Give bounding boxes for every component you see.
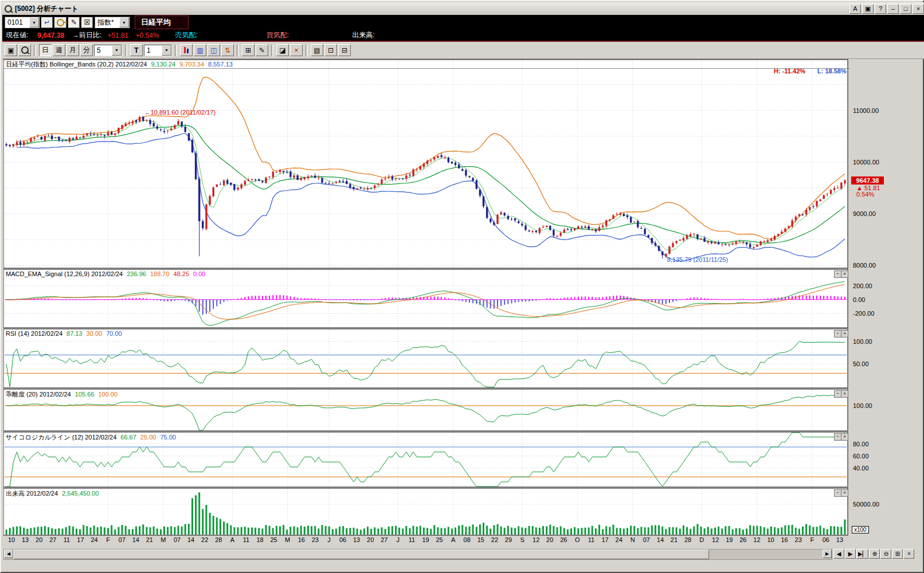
volume-panel-title: 出来高 2012/02/242,545,450.00: [6, 489, 99, 498]
axis-tick-label: 50.00: [853, 360, 869, 367]
text-segment: 70.00: [106, 330, 122, 337]
x-axis-label: S: [520, 536, 524, 543]
zoom-out-button[interactable]: ⊖: [880, 549, 891, 559]
x-axis-label: J: [397, 536, 400, 543]
axis-tick-label: 8000.00: [853, 262, 876, 269]
low-price-annotation: 8,135.79 (2011/11/25): [667, 256, 729, 263]
horizontal-scrollbar[interactable]: ◀ ▶: [3, 549, 832, 560]
app-window: [5002] 分析チャート A ▣ ? – □ × 0101 ▼ ↵✎☒ 指数*…: [0, 0, 924, 573]
axis-tick-label: 40.00: [853, 465, 869, 472]
x-axis-label: 24: [616, 536, 622, 543]
x-axis-label: 12: [753, 536, 760, 543]
x-axis-label: 08: [464, 536, 471, 543]
x-axis-label: 17: [77, 536, 84, 543]
x-axis-label: 06: [339, 536, 346, 543]
axis-tick-label: 0.00: [853, 296, 865, 303]
axis-tick-label: 60.00: [853, 453, 869, 460]
x-axis-label: 25: [270, 536, 277, 543]
scroll-right-arrow[interactable]: ▶: [823, 550, 832, 558]
kairi-panel-title: 乖離度 (20) 2012/02/24105.66100.00: [6, 390, 118, 399]
x-axis-label: 14: [657, 536, 664, 543]
text-segment: 9,703.34: [179, 61, 204, 68]
zoom-in-button[interactable]: ⊕: [869, 549, 880, 559]
x-axis-label: 20: [36, 536, 42, 543]
x-axis-label: 27: [49, 536, 56, 543]
x-axis-label: 28: [215, 536, 222, 543]
fit-chart-button[interactable]: ⊞: [892, 549, 903, 559]
x-axis-label: 22: [491, 536, 498, 543]
axis-tick-label: 100.00: [853, 402, 872, 409]
text-segment: 0.00: [193, 270, 205, 277]
x-axis-label: 29: [505, 536, 512, 543]
close-panel-button[interactable]: ×: [903, 549, 914, 559]
text-segment: 105.66: [75, 391, 95, 398]
scroll-thumb[interactable]: [13, 550, 709, 559]
x-axis-label: A: [230, 536, 234, 543]
text-segment: 236.96: [127, 270, 146, 277]
panel-close-button[interactable]: ×: [841, 433, 848, 441]
pan-left-button[interactable]: ◀: [833, 549, 844, 559]
x-axis-label: 18: [256, 536, 263, 543]
x-axis-label: N: [631, 536, 635, 543]
chart-nav-buttons: ◀▶▶▏⊕⊖⊞×: [833, 549, 914, 559]
text-segment: 9,130.24: [151, 61, 175, 68]
x-axis-label: 27: [381, 536, 387, 543]
x-axis: 10132027111724F071421M07142228A111825M16…: [3, 536, 850, 545]
text-segment: 出来高 2012/02/24: [6, 490, 58, 497]
pan-right-button[interactable]: ▶: [845, 549, 856, 559]
text-segment: 25.00: [140, 434, 156, 441]
axis-tick-label: 200.00: [853, 282, 872, 289]
text-segment: 日経平均(指数) Bollinger_Bands (20,2) 2012/02/…: [6, 61, 147, 68]
x-axis-label: 14: [132, 536, 139, 543]
rsi-panel-title: RSI (14) 2012/02/2487.1330.0070.00: [6, 330, 122, 337]
panel-close-button[interactable]: ×: [841, 390, 848, 398]
axis-tick-label: -200.00: [853, 310, 874, 317]
x-axis-label: 23: [795, 536, 802, 543]
panel-close-button[interactable]: ×: [841, 330, 848, 337]
text-segment: 乖離度 (20) 2012/02/24: [6, 391, 71, 398]
x-axis-label: 11: [409, 536, 415, 543]
x-axis-label: 24: [91, 536, 97, 543]
x-axis-label: 23: [312, 536, 319, 543]
x-axis-label: 06: [823, 536, 829, 543]
scroll-left-arrow[interactable]: ◀: [4, 550, 13, 558]
panel-close-button[interactable]: ×: [841, 270, 848, 278]
chart-canvas[interactable]: [3, 58, 850, 536]
x-axis-label: M: [285, 536, 290, 543]
text-segment: 188.70: [150, 270, 170, 277]
text-segment: 48.25: [174, 270, 190, 277]
x-axis-label: A: [451, 536, 455, 543]
x-axis-label: 07: [119, 536, 126, 543]
x-axis-label: 13: [353, 536, 360, 543]
x-axis-label: 16: [298, 536, 305, 543]
text-segment: 8,557.13: [208, 61, 233, 68]
pan-latest-button[interactable]: ▶▏: [856, 549, 868, 559]
scroll-track[interactable]: [709, 550, 823, 559]
x-axis-label: 25: [436, 536, 443, 543]
x-axis-label: 11: [588, 536, 594, 543]
x-axis-label: 15: [477, 536, 484, 543]
axis-tick-label: 50000.00: [853, 501, 879, 508]
x-axis-label: 20: [546, 536, 553, 543]
panel-close-button[interactable]: ×: [841, 489, 848, 497]
x-axis-label: 21: [146, 536, 153, 543]
x-axis-label: 16: [781, 536, 788, 543]
x-axis-label: D: [699, 536, 704, 543]
x-axis-label: 10: [8, 536, 15, 543]
text-segment: 2,545,450.00: [62, 490, 99, 497]
low-change-pct-label: L: 18.58%: [817, 68, 847, 74]
x-axis-label: 07: [643, 536, 650, 543]
x-axis-label: J: [327, 536, 331, 543]
text-segment: サイコロジカルライン (12) 2012/02/24: [6, 434, 116, 441]
axis-tick-label: 11000.00: [853, 107, 879, 114]
text-segment: 87.13: [66, 330, 83, 337]
text-segment: 75.00: [160, 434, 176, 441]
x-axis-label: 14: [187, 536, 194, 543]
x-axis-label: 11: [64, 536, 70, 543]
x-axis-label: 26: [739, 536, 746, 543]
x-axis-label: 22: [201, 536, 208, 543]
price-panel-title: 日経平均(指数) Bollinger_Bands (20,2) 2012/02/…: [6, 60, 233, 69]
chart-region: 日経平均(指数) Bollinger_Bands (20,2) 2012/02/…: [1, 1, 924, 573]
text-segment: 30.00: [87, 330, 103, 337]
x-axis-label: 10: [767, 536, 774, 543]
